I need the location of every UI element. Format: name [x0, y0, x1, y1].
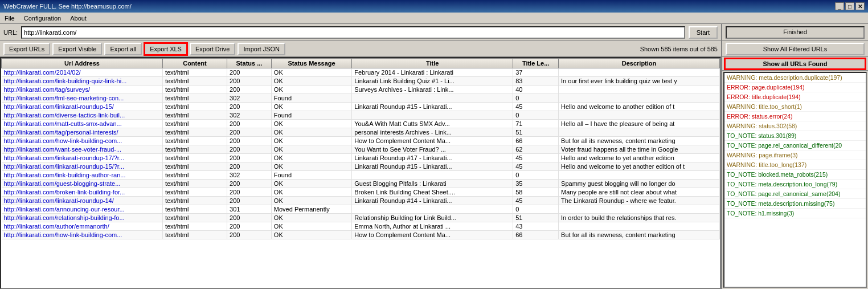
table-row[interactable]: http://linkarati.com/tag/surveys/text/ht…	[2, 86, 720, 94]
log-item[interactable]: WARNING: title.too_short(1)	[724, 102, 866, 112]
export-xls-button[interactable]: Export XLS	[144, 43, 187, 55]
header-title[interactable]: Title	[352, 59, 513, 68]
log-item[interactable]: WARNING: status.302(58)	[724, 121, 866, 131]
export-drive-button[interactable]: Export Drive	[190, 43, 236, 55]
maximize-button[interactable]: □	[845, 2, 854, 10]
log-item[interactable]: TO_NOTE: h1.missing(3)	[724, 209, 866, 218]
url-input[interactable]	[21, 26, 685, 39]
header-content[interactable]: Content	[162, 59, 227, 68]
table-row[interactable]: http://linkarati.com/2014/02/text/html20…	[2, 68, 720, 77]
data-table-container[interactable]: Url Address Content Status ... Status Me…	[0, 57, 721, 289]
shown-label: Shown 585 items out of 585	[640, 46, 718, 52]
export-urls-button[interactable]: Export URLs	[3, 43, 50, 55]
log-item[interactable]: WARNING: meta.description.duplicate(197)	[724, 73, 866, 83]
table-row[interactable]: http://linkarati.com/tag/personal-intere…	[2, 128, 720, 137]
finished-button: Finished	[726, 26, 865, 39]
table-row[interactable]: http://linkarati.com/linkarati-roundup-1…	[2, 154, 720, 162]
table-row[interactable]: http://linkarati.com/author/emmanorth/te…	[2, 222, 720, 231]
title-bar-buttons: _ □ ✕	[835, 2, 865, 10]
table-row[interactable]: http://linkarati.com/fml-seo-marketing-c…	[2, 94, 720, 103]
header-statusmsg[interactable]: Status Message	[271, 59, 351, 68]
header-desc[interactable]: Description	[559, 59, 720, 68]
export-visible-button[interactable]: Export Visible	[52, 43, 102, 55]
import-json-button[interactable]: Import JSON	[238, 43, 285, 55]
log-item[interactable]: ERROR: page.duplicate(194)	[724, 83, 866, 92]
menu-configuration[interactable]: Configuration	[22, 14, 63, 22]
log-item[interactable]: TO_NOTE: status.301(89)	[724, 131, 866, 141]
header-url[interactable]: Url Address	[2, 59, 163, 68]
table-row[interactable]: http://linkarati.com/diverse-tactics-lin…	[2, 111, 720, 120]
log-item[interactable]: WARNING: title.too_long(137)	[724, 160, 866, 170]
menu-file[interactable]: File	[2, 14, 17, 22]
right-toolbar: Show All Filtered URLs	[722, 41, 868, 57]
right-top-bar: Finished	[722, 24, 868, 41]
right-header: Show all URLs Found	[722, 57, 868, 71]
table-row[interactable]: http://linkarati.com/matt-cutts-smx-adva…	[2, 120, 720, 128]
table-row[interactable]: http://linkarati.com/linkarati-roundup-1…	[2, 197, 720, 205]
toolbar: Export URLs Export Visible Export all Ex…	[0, 41, 721, 57]
table-row[interactable]: http://linkarati.com/how-link-building-c…	[2, 231, 720, 239]
log-item[interactable]: ERROR: title.duplicate(194)	[724, 92, 866, 102]
table-row[interactable]: http://linkarati.com/announcing-our-reso…	[2, 205, 720, 214]
table-row[interactable]: http://linkarati.com/guest-blogging-stra…	[2, 180, 720, 188]
log-item[interactable]: TO_NOTE: page.rel_canonical_same(204)	[724, 189, 866, 199]
minimize-button[interactable]: _	[835, 2, 844, 10]
menu-about[interactable]: About	[68, 14, 89, 22]
menu-bar: File Configuration About	[0, 13, 868, 24]
left-panel: URL: Start Export URLs Export Visible Ex…	[0, 24, 722, 289]
log-list[interactable]: WARNING: meta.description.duplicate(197)…	[723, 72, 867, 288]
log-item[interactable]: WARNING: page.iframe(3)	[724, 150, 866, 160]
close-button[interactable]: ✕	[855, 2, 865, 10]
log-items-container: WARNING: meta.description.duplicate(197)…	[724, 73, 866, 218]
table-row[interactable]: http://linkarati.com/linkarati-roundup-1…	[2, 162, 720, 171]
app-title: WebCrawler FULL. See http://beamusup.com…	[3, 3, 132, 10]
table-row[interactable]: http://linkarati.com/want-see-voter-frau…	[2, 145, 720, 154]
show-all-filtered-button[interactable]: Show All Filtered URLs	[726, 43, 865, 55]
table-row[interactable]: http://linkarati.com/link-building-quiz-…	[2, 77, 720, 86]
log-item[interactable]: ERROR: status.error(24)	[724, 112, 866, 121]
log-item[interactable]: TO_NOTE: meta.description.missing(75)	[724, 199, 866, 209]
right-panel: Finished Show All Filtered URLs Show all…	[722, 24, 868, 289]
log-item[interactable]: TO_NOTE: blocked.meta_robots(215)	[724, 170, 866, 180]
url-bar: URL: Start	[0, 24, 721, 41]
table-row[interactable]: http://linkarati.com/how-link-building-c…	[2, 137, 720, 145]
table-row[interactable]: http://linkarati.com/link-building-autho…	[2, 171, 720, 180]
table-header-row: Url Address Content Status ... Status Me…	[2, 59, 720, 68]
log-item[interactable]: TO_NOTE: meta.description.too_long(79)	[724, 180, 866, 189]
table-row[interactable]: http://linkarati.com/relationship-buildi…	[2, 214, 720, 222]
table-row[interactable]: http://linkarati.com/broken-link-buildin…	[2, 188, 720, 197]
title-bar: WebCrawler FULL. See http://beamusup.com…	[0, 0, 868, 13]
data-table: Url Address Content Status ... Status Me…	[1, 58, 720, 239]
header-status[interactable]: Status ...	[227, 59, 272, 68]
export-all-button[interactable]: Export all	[104, 43, 142, 55]
main-container: URL: Start Export URLs Export Visible Ex…	[0, 24, 868, 289]
header-titlelen[interactable]: Title Le...	[513, 59, 559, 68]
log-item[interactable]: TO_NOTE: page.rel_canonical_different(20	[724, 141, 866, 150]
table-row[interactable]: http://linkarati.com/linkarati-roundup-1…	[2, 103, 720, 111]
show-all-found-button[interactable]: Show all URLs Found	[724, 58, 866, 70]
table-body: http://linkarati.com/2014/02/text/html20…	[2, 68, 720, 239]
start-button[interactable]: Start	[689, 26, 718, 39]
url-label: URL:	[3, 29, 18, 36]
